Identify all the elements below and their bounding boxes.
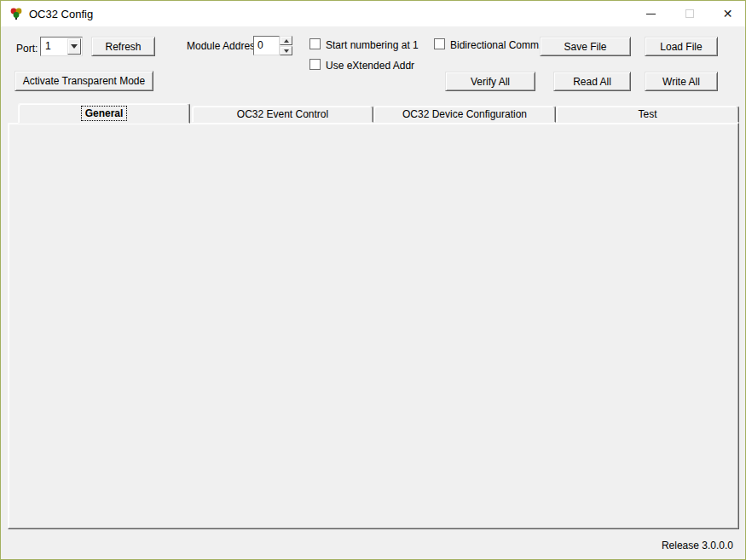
close-button[interactable]: ✕ — [708, 1, 746, 26]
arrow-up-icon — [284, 39, 289, 43]
use-extended-addr-checkbox[interactable] — [309, 59, 321, 70]
port-label: Port: — [16, 43, 38, 55]
start-numbering-checkbox[interactable] — [309, 38, 321, 49]
start-numbering-label: Start numbering at 1 — [326, 39, 419, 51]
tab-oc32-event-control[interactable]: OC32 Event Control — [192, 106, 373, 123]
verify-all-button[interactable]: Verify All — [445, 72, 535, 91]
minimize-button[interactable] — [632, 1, 670, 26]
tab-test[interactable]: Test — [556, 106, 739, 123]
tab-panel — [8, 123, 739, 529]
app-icon — [9, 7, 23, 20]
read-all-button[interactable]: Read All — [553, 72, 631, 91]
module-address-stepper[interactable]: 0 — [253, 36, 292, 55]
spin-down-button[interactable] — [280, 46, 292, 55]
maximize-icon — [685, 9, 694, 18]
tab-general[interactable]: General — [18, 103, 190, 124]
port-select[interactable]: 1 — [40, 37, 83, 56]
load-file-button[interactable]: Load File — [645, 37, 718, 56]
module-address-value[interactable]: 0 — [253, 36, 280, 55]
bidirectional-comm-label: Bidirectional Comm. — [450, 39, 541, 51]
arrow-down-icon — [284, 49, 289, 53]
chevron-down-icon — [71, 44, 78, 49]
port-dropdown-button[interactable] — [67, 38, 81, 55]
tab-test-label: Test — [638, 108, 656, 120]
tab-oc32-device-configuration[interactable]: OC32 Device Configuration — [373, 106, 556, 123]
app-window: OC32 Config ✕ Port: 1 Refresh Activate T… — [0, 0, 746, 560]
save-file-button[interactable]: Save File — [540, 37, 631, 56]
tab-device-label: OC32 Device Configuration — [402, 108, 527, 120]
tab-general-label: General — [82, 107, 127, 120]
bidirectional-comm-checkbox[interactable] — [434, 38, 445, 49]
refresh-button[interactable]: Refresh — [91, 37, 155, 56]
close-icon: ✕ — [723, 8, 733, 20]
release-version-label: Release 3.0.0.0 — [662, 540, 733, 551]
minimize-icon — [646, 14, 656, 14]
write-all-button[interactable]: Write All — [645, 72, 718, 91]
use-extended-addr-label: Use eXtended Addr — [326, 60, 414, 72]
maximize-button — [670, 1, 708, 26]
activate-transparent-mode-button[interactable]: Activate Transparent Mode — [14, 71, 153, 91]
titlebar: OC32 Config ✕ — [1, 1, 745, 26]
window-title: OC32 Config — [29, 8, 93, 20]
port-value: 1 — [45, 40, 51, 52]
tab-event-label: OC32 Event Control — [237, 108, 328, 120]
module-address-label: Module Address — [187, 40, 260, 52]
spin-up-button[interactable] — [280, 36, 292, 45]
